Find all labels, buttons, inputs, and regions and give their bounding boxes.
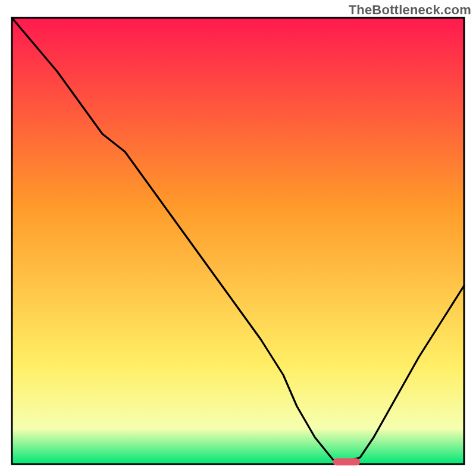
- chart-container: TheBottleneck.com: [0, 0, 476, 476]
- plot-area: [12, 18, 464, 465]
- bottleneck-chart: [0, 0, 476, 476]
- optimum-marker: [333, 458, 361, 465]
